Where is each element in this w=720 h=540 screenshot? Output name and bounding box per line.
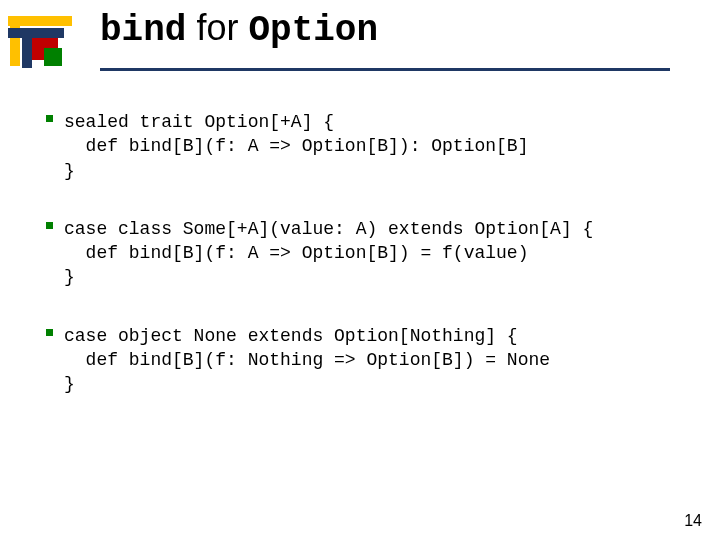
code-text: case object None extends Option[Nothing]… xyxy=(64,324,690,397)
bullet-icon xyxy=(46,115,53,122)
code-text: case class Some[+A](value: A) extends Op… xyxy=(64,217,690,290)
page-number: 14 xyxy=(684,512,702,530)
slide-title: bind for Option xyxy=(100,8,690,51)
title-part-option: Option xyxy=(248,10,378,51)
title-part-for: for xyxy=(186,7,248,48)
code-block: case class Some[+A](value: A) extends Op… xyxy=(40,217,690,290)
bullet-icon xyxy=(46,222,53,229)
code-text: sealed trait Option[+A] { def bind[B](f:… xyxy=(64,110,690,183)
code-block: sealed trait Option[+A] { def bind[B](f:… xyxy=(40,110,690,183)
slide-title-wrap: bind for Option xyxy=(100,8,690,51)
bullet-icon xyxy=(46,329,53,336)
content-area: sealed trait Option[+A] { def bind[B](f:… xyxy=(40,110,690,431)
title-part-bind: bind xyxy=(100,10,186,51)
code-block: case object None extends Option[Nothing]… xyxy=(40,324,690,397)
title-underline xyxy=(100,68,670,71)
corner-decoration xyxy=(0,6,90,76)
